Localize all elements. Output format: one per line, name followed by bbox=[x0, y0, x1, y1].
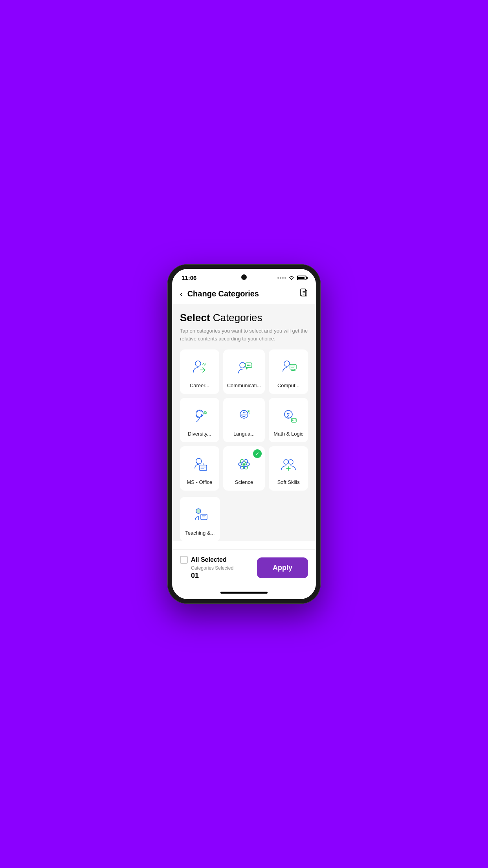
category-softskills[interactable]: Soft Skills bbox=[269, 446, 308, 491]
apply-button[interactable]: Apply bbox=[257, 557, 308, 578]
computer-label: Comput... bbox=[277, 383, 299, 388]
all-selected-label: All Selected bbox=[191, 556, 227, 563]
math-icon: ∑ bbox=[277, 405, 299, 427]
header-nav: ‹ Change Categories bbox=[172, 284, 316, 304]
svg-point-37 bbox=[284, 460, 288, 464]
category-computer[interactable]: Comput... bbox=[269, 349, 308, 394]
categories-selected-text: Categories Selected bbox=[191, 565, 233, 571]
selection-info: All Selected Categories Selected 01 bbox=[180, 556, 233, 580]
svg-point-2 bbox=[240, 362, 245, 368]
home-indicator bbox=[220, 592, 268, 594]
teaching-label: Teaching &... bbox=[185, 530, 215, 536]
phone-screen: 11:06 ‹ Change bbox=[172, 269, 316, 599]
category-career[interactable]: Career... bbox=[180, 349, 219, 394]
status-time: 11:06 bbox=[182, 274, 196, 281]
mathlogic-label: Math & Logic bbox=[273, 431, 303, 437]
status-icons bbox=[277, 275, 306, 281]
wifi-icon bbox=[288, 275, 295, 281]
language-label: Langua... bbox=[233, 431, 255, 437]
category-teaching[interactable]: Teaching &... bbox=[180, 497, 220, 541]
svg-point-7 bbox=[284, 361, 290, 366]
diversity-icon bbox=[189, 405, 211, 427]
all-selected-checkbox[interactable] bbox=[180, 556, 188, 564]
section-title: Select Categories bbox=[180, 312, 308, 324]
camera-notch bbox=[241, 274, 247, 280]
career-icon bbox=[189, 357, 211, 379]
computer-icon bbox=[277, 357, 299, 379]
selected-badge: ✓ bbox=[253, 449, 262, 458]
communication-icon bbox=[233, 357, 255, 379]
science-label: Science bbox=[235, 479, 253, 485]
career-label: Career... bbox=[190, 383, 209, 388]
category-diversity[interactable]: Diversity... bbox=[180, 398, 219, 442]
share-icon[interactable] bbox=[299, 288, 308, 299]
svg-rect-8 bbox=[290, 364, 296, 369]
category-communication[interactable]: Communicati... bbox=[223, 349, 265, 394]
svg-point-1 bbox=[195, 361, 201, 366]
phone-frame: 11:06 ‹ Change bbox=[167, 264, 321, 604]
svg-point-5 bbox=[248, 365, 249, 366]
all-selected-row: All Selected bbox=[180, 556, 233, 564]
teaching-icon bbox=[189, 504, 211, 526]
diversity-label: Diversity... bbox=[188, 431, 211, 437]
signal-icon bbox=[277, 277, 286, 279]
svg-point-4 bbox=[247, 365, 248, 366]
category-mathlogic[interactable]: ∑ Math & Logic bbox=[269, 398, 308, 442]
categories-count: 01 bbox=[191, 572, 233, 580]
msoffice-icon bbox=[189, 453, 211, 475]
svg-rect-0 bbox=[301, 289, 306, 296]
main-content: Select Categories Tap on categories you … bbox=[172, 304, 316, 541]
softskills-label: Soft Skills bbox=[277, 479, 300, 485]
home-bar bbox=[172, 588, 316, 599]
status-bar: 11:06 bbox=[172, 269, 316, 284]
svg-point-13 bbox=[196, 410, 203, 417]
softskills-icon bbox=[277, 453, 299, 475]
science-icon bbox=[233, 453, 255, 475]
categories-grid: Career... bbox=[180, 349, 308, 491]
svg-rect-28 bbox=[200, 465, 207, 471]
bottom-bar: All Selected Categories Selected 01 Appl… bbox=[172, 549, 316, 588]
svg-point-38 bbox=[288, 460, 293, 464]
page-title: Change Categories bbox=[187, 289, 299, 298]
svg-text:∑: ∑ bbox=[286, 412, 290, 417]
category-language[interactable]: Langua... bbox=[223, 398, 265, 442]
category-science[interactable]: ✓ Science bbox=[223, 446, 265, 491]
msoffice-label: MS - Office bbox=[187, 479, 212, 485]
svg-point-6 bbox=[249, 365, 250, 366]
back-button[interactable]: ‹ bbox=[180, 289, 183, 298]
section-subtitle: Tap on categories you want to select and… bbox=[180, 327, 308, 342]
svg-point-36 bbox=[243, 463, 245, 465]
category-msoffice[interactable]: MS - Office bbox=[180, 446, 219, 491]
svg-point-27 bbox=[196, 458, 202, 464]
language-icon bbox=[233, 405, 255, 427]
communication-label: Communicati... bbox=[227, 383, 261, 388]
battery-icon bbox=[297, 276, 306, 280]
